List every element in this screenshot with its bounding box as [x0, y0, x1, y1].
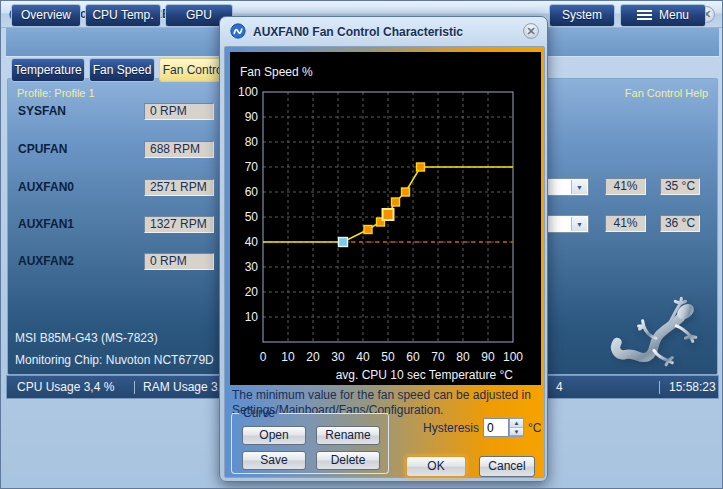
fan-rpm-cpufan: 688 RPM: [144, 141, 214, 158]
svg-text:40: 40: [356, 350, 370, 364]
svg-text:70: 70: [431, 350, 445, 364]
menu-label: Menu: [659, 8, 689, 22]
svg-text:Fan Speed %: Fan Speed %: [240, 65, 313, 79]
curve-group-label: Curve: [239, 406, 279, 420]
hysteresis-label: Hysteresis: [423, 421, 479, 435]
svg-text:80: 80: [245, 135, 259, 149]
auxfan0-percent: 41%: [605, 178, 646, 195]
fan-label-auxfan0: AUXFAN0: [18, 179, 74, 196]
dialog-icon: [230, 23, 246, 39]
cancel-button[interactable]: Cancel: [479, 456, 535, 477]
spinner-down-icon[interactable]: ▼: [510, 427, 523, 435]
svg-text:90: 90: [245, 110, 259, 124]
delete-button[interactable]: Delete: [316, 451, 380, 470]
argus-gecko-logo: [609, 289, 711, 371]
svg-text:50: 50: [245, 210, 259, 224]
save-button[interactable]: Save: [242, 451, 306, 470]
svg-text:20: 20: [306, 350, 320, 364]
ok-button[interactable]: OK: [406, 456, 466, 477]
svg-text:90: 90: [481, 350, 495, 364]
fan-control-help-link[interactable]: Fan Control Help: [625, 87, 708, 99]
fan-rpm-auxfan0: 2571 RPM: [144, 179, 214, 196]
hamburger-icon: [637, 10, 652, 20]
svg-text:avg. CPU 10 sec Temperature °C: avg. CPU 10 sec Temperature °C: [336, 368, 514, 382]
hysteresis-input[interactable]: [483, 418, 509, 437]
hysteresis-spinner: ▲ ▼: [509, 418, 524, 437]
subtab-fan-speed[interactable]: Fan Speed: [89, 58, 155, 82]
chevron-down-icon[interactable]: ▼: [571, 180, 587, 194]
monitoring-chip-label: Monitoring Chip: Nuvoton NCT6779D: [15, 353, 214, 367]
tab-system[interactable]: System: [549, 4, 615, 27]
mainboard-label: MSI B85M-G43 (MS-7823): [15, 331, 158, 345]
dialog-close-icon[interactable]: ✕: [523, 23, 539, 39]
dialog-body: 0102030405060708090100102030405060708090…: [224, 46, 545, 478]
fan-rpm-auxfan2: 0 RPM: [144, 253, 214, 270]
tab-overview[interactable]: Overview: [11, 4, 81, 27]
svg-text:100: 100: [503, 350, 523, 364]
cpu-usage-status: CPU Usage 3,4 %: [17, 380, 114, 394]
auxfan1-temp: 36 °C: [660, 215, 700, 232]
fan-rpm-sysfan: 0 RPM: [144, 103, 214, 120]
open-button[interactable]: Open: [242, 426, 306, 445]
clock-status: 15:58:23: [669, 380, 716, 394]
hysteresis-unit: °C: [528, 421, 541, 435]
status-separator: [659, 381, 660, 394]
svg-text:10: 10: [281, 350, 295, 364]
status-partial-value: 4: [556, 380, 563, 394]
chevron-down-icon[interactable]: ▼: [571, 217, 587, 231]
svg-text:100: 100: [238, 85, 258, 99]
fan-label-auxfan2: AUXFAN2: [18, 253, 74, 270]
spinner-up-icon[interactable]: ▲: [510, 419, 523, 427]
svg-text:30: 30: [245, 260, 259, 274]
auxfan1-percent: 41%: [605, 215, 646, 232]
dialog-note-line1: The minimum value for the fan speed can …: [232, 388, 540, 402]
subtab-temperature[interactable]: Temperature: [11, 58, 85, 82]
svg-text:10: 10: [245, 310, 259, 324]
rename-button[interactable]: Rename: [316, 426, 380, 445]
menu-button[interactable]: Menu: [620, 4, 706, 27]
fan-control-dialog: AUXFAN0 Fan Control Characteristic ✕ 010…: [219, 16, 548, 482]
svg-text:60: 60: [406, 350, 420, 364]
svg-text:60: 60: [245, 185, 259, 199]
fan-label-auxfan1: AUXFAN1: [18, 216, 74, 233]
fan-label-sysfan: SYSFAN: [18, 103, 66, 120]
fan-curve-chart[interactable]: 0102030405060708090100102030405060708090…: [230, 52, 541, 385]
fan-rpm-auxfan1: 1327 RPM: [144, 216, 214, 233]
curve-groupbox: Curve Open Rename Save Delete: [231, 413, 389, 474]
svg-text:30: 30: [331, 350, 345, 364]
fan-curve-chart-box: 0102030405060708090100102030405060708090…: [230, 52, 541, 385]
tab-cpu-temp[interactable]: CPU Temp.: [85, 4, 161, 27]
svg-text:80: 80: [456, 350, 470, 364]
argus-monitor-window: Argus Monitor - NOT REGISTERED ✕ Overvie…: [0, 0, 723, 489]
auxfan0-temp: 35 °C: [660, 178, 700, 195]
profile-label: Profile: Profile 1: [17, 87, 95, 99]
svg-text:50: 50: [381, 350, 395, 364]
dialog-title: AUXFAN0 Fan Control Characteristic: [253, 25, 463, 39]
svg-text:0: 0: [260, 350, 267, 364]
fan-label-cpufan: CPUFAN: [18, 141, 67, 158]
svg-text:40: 40: [245, 235, 259, 249]
status-separator: [134, 381, 135, 394]
svg-text:20: 20: [245, 285, 259, 299]
svg-text:70: 70: [245, 160, 259, 174]
